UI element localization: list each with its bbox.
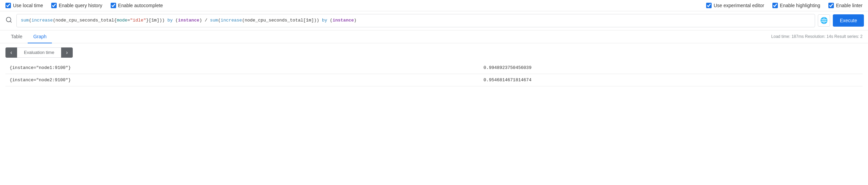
table-row: {instance="node1:9100"}0.994892375045603… <box>5 62 863 74</box>
checkbox-label-enable-linter: Enable linter <box>836 3 863 8</box>
query-bar: sum(increase(node_cpu_seconds_total{mode… <box>0 11 868 30</box>
checkbox-input-enable-highlighting[interactable] <box>772 3 778 8</box>
checkbox-input-enable-autocomplete[interactable] <box>111 3 116 8</box>
execute-button[interactable]: Execute <box>833 14 864 27</box>
checkbox-enable-highlighting[interactable]: Enable highlighting <box>772 3 820 8</box>
table-content: ‹ Evaluation time › {instance="node1:910… <box>0 43 868 90</box>
top-bar-left: Use local timeEnable query historyEnable… <box>5 3 163 8</box>
checkbox-input-use-local-time[interactable] <box>5 3 11 8</box>
checkbox-label-use-experimental-editor: Use experimental editor <box>714 3 764 8</box>
globe-button[interactable]: 🌐 <box>818 14 830 27</box>
query-input[interactable]: sum(increase(node_cpu_seconds_total{mode… <box>16 14 815 27</box>
row-label-1: {instance="node2:9100"} <box>5 74 479 86</box>
svg-line-1 <box>10 21 12 23</box>
checkbox-input-use-experimental-editor[interactable] <box>706 3 712 8</box>
checkbox-enable-autocomplete[interactable]: Enable autocomplete <box>111 3 163 8</box>
checkbox-input-enable-linter[interactable] <box>828 3 834 8</box>
eval-label: Evaluation time <box>17 47 61 58</box>
checkbox-input-enable-query-history[interactable] <box>51 3 57 8</box>
tabs-container: TableGraph <box>5 30 52 43</box>
eval-prev-button[interactable]: ‹ <box>5 47 17 58</box>
tab-graph[interactable]: Graph <box>28 30 52 43</box>
checkbox-label-enable-highlighting: Enable highlighting <box>780 3 820 8</box>
top-bar: Use local timeEnable query historyEnable… <box>0 0 868 11</box>
checkbox-enable-linter[interactable]: Enable linter <box>828 3 863 8</box>
tab-bar: TableGraph Load time: 187ms Resolution: … <box>0 30 868 43</box>
row-value-0: 0.9948923750456039 <box>479 62 863 74</box>
table-row: {instance="node2:9100"}0.954681467181467… <box>5 74 863 86</box>
checkbox-use-experimental-editor[interactable]: Use experimental editor <box>706 3 764 8</box>
checkbox-use-local-time[interactable]: Use local time <box>5 3 43 8</box>
tab-meta: Load time: 187ms Resolution: 14s Result … <box>771 31 863 42</box>
checkbox-label-enable-query-history: Enable query history <box>59 3 102 8</box>
top-bar-right: Use experimental editorEnable highlighti… <box>706 3 863 8</box>
eval-next-button[interactable]: › <box>61 47 73 58</box>
row-value-1: 0.9546814671814674 <box>479 74 863 86</box>
row-label-0: {instance="node1:9100"} <box>5 62 479 74</box>
tab-table[interactable]: Table <box>5 30 28 43</box>
results-table: {instance="node1:9100"}0.994892375045603… <box>5 62 863 86</box>
search-icon <box>4 15 14 26</box>
eval-nav: ‹ Evaluation time › <box>5 47 73 58</box>
checkbox-label-enable-autocomplete: Enable autocomplete <box>118 3 163 8</box>
checkbox-enable-query-history[interactable]: Enable query history <box>51 3 102 8</box>
checkbox-label-use-local-time: Use local time <box>13 3 43 8</box>
